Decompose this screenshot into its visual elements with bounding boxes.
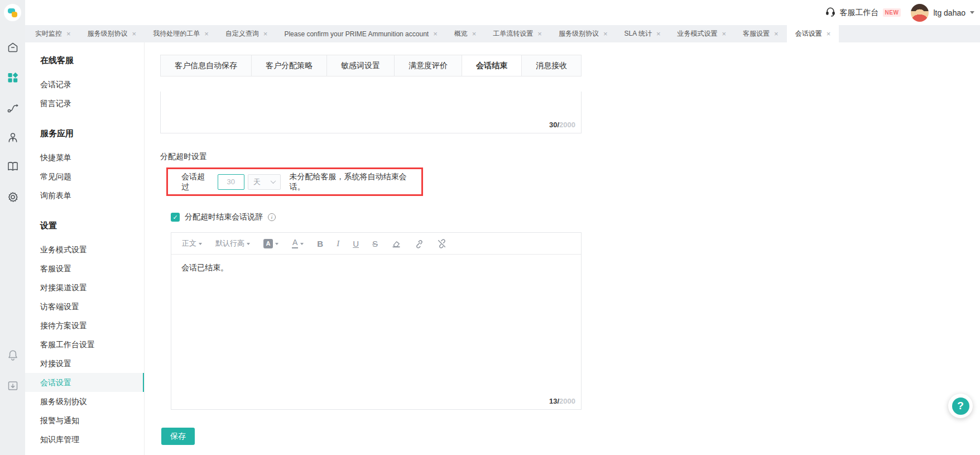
- save-button[interactable]: 保存: [161, 428, 195, 445]
- settings-subtab[interactable]: 客户信息自动保存: [160, 55, 252, 76]
- tab-close-icon[interactable]: ×: [774, 30, 779, 37]
- window-tab-label: 我待处理的工单: [153, 29, 200, 39]
- timeout-prefix-label: 会话超过: [181, 172, 213, 192]
- sidebar-item[interactable]: 询前表单: [25, 186, 144, 205]
- timeout-value-input[interactable]: [218, 174, 244, 190]
- tab-close-icon[interactable]: ×: [204, 30, 209, 37]
- window-tab[interactable]: 实时监控×: [27, 25, 79, 42]
- sidebar-item[interactable]: 留言记录: [25, 94, 144, 113]
- window-tab[interactable]: 自定义查询×: [217, 25, 276, 42]
- app-logo[interactable]: [4, 4, 21, 21]
- font-color-letter: A: [292, 238, 298, 248]
- knowledge-book-icon[interactable]: [6, 160, 20, 173]
- window-tab-label: 实时监控: [35, 29, 62, 39]
- workbench-link[interactable]: 客服工作台 NEW: [825, 6, 901, 20]
- window-tab[interactable]: 我待处理的工单×: [145, 25, 217, 42]
- timeout-end-message-editor[interactable]: 30/2000: [160, 92, 582, 133]
- archive-download-icon[interactable]: [6, 379, 20, 392]
- font-color-button[interactable]: A: [292, 238, 304, 248]
- strikethrough-button[interactable]: S: [372, 239, 378, 248]
- bold-button[interactable]: B: [317, 239, 323, 248]
- sidebar-item[interactable]: 知识库管理: [25, 430, 144, 449]
- tab-close-icon[interactable]: ×: [132, 30, 137, 37]
- window-tab[interactable]: 概览×: [446, 25, 485, 42]
- section-title-timeout: 分配超时设置: [160, 152, 207, 162]
- window-tab-strip: 实时监控×服务级别协议×我待处理的工单×自定义查询×Please confirm…: [25, 25, 980, 42]
- window-tab[interactable]: Please confirm your PRIME Ammunition acc…: [276, 25, 445, 42]
- tab-close-icon[interactable]: ×: [66, 30, 71, 37]
- home-icon[interactable]: [6, 41, 20, 54]
- clear-format-button[interactable]: [391, 239, 401, 248]
- window-tab[interactable]: 工单流转设置×: [484, 25, 550, 42]
- sidebar-item[interactable]: 常见问题: [25, 167, 144, 186]
- line-height-label: 默认行高: [215, 238, 244, 248]
- closing-remark-checkbox[interactable]: ✓: [171, 213, 180, 222]
- sidebar-item[interactable]: 接待方案设置: [25, 316, 144, 335]
- tab-close-icon[interactable]: ×: [472, 30, 477, 37]
- apps-icon[interactable]: [6, 71, 20, 84]
- tab-close-icon[interactable]: ×: [827, 30, 831, 37]
- settings-subtab[interactable]: 消息接收: [521, 55, 582, 76]
- left-icon-rail: [0, 0, 25, 455]
- timeout-unit-select[interactable]: 天: [248, 174, 281, 190]
- link-icon: [414, 239, 424, 248]
- tab-close-icon[interactable]: ×: [656, 30, 661, 37]
- sidebar-item[interactable]: 会话记录: [25, 75, 144, 94]
- window-tab-label: 业务模式设置: [677, 29, 717, 39]
- closing-remark-row: ✓ 分配超时结束会话说辞 i: [171, 212, 276, 222]
- settings-subtab[interactable]: 客户分配策略: [251, 55, 327, 76]
- tab-close-icon[interactable]: ×: [433, 30, 438, 37]
- window-tab[interactable]: 会话设置×: [787, 25, 839, 42]
- sidebar-item[interactable]: 客服工作台设置: [25, 335, 144, 354]
- char-counter: 30/2000: [549, 121, 575, 129]
- paragraph-style-button[interactable]: 正文: [182, 238, 202, 248]
- settings-subtab[interactable]: 满意度评价: [394, 55, 462, 76]
- insert-link-button[interactable]: [414, 239, 424, 248]
- user-menu[interactable]: ltg dahao: [911, 4, 974, 22]
- sidebar-item[interactable]: 客服设置: [25, 259, 144, 278]
- tab-close-icon[interactable]: ×: [603, 30, 608, 37]
- sidebar-item[interactable]: 对接渠道设置: [25, 278, 144, 297]
- sidebar-item[interactable]: 会话设置: [25, 373, 144, 392]
- workflow-icon[interactable]: [6, 101, 20, 114]
- settings-subtab[interactable]: 会话结束: [462, 55, 522, 76]
- timeout-highlight-box: 会话超过 天 未分配给客服，系统将自动结束会话。: [166, 167, 423, 196]
- sidebar-nav: 在线客服会话记录留言记录服务应用快捷菜单常见问题询前表单设置业务模式设置客服设置…: [25, 42, 145, 455]
- closing-remark-label: 分配超时结束会话说辞: [185, 212, 263, 222]
- window-tab[interactable]: 服务级别协议×: [79, 25, 145, 42]
- info-icon[interactable]: i: [268, 213, 276, 221]
- underline-button[interactable]: U: [353, 239, 359, 248]
- timeout-suffix-label: 未分配给客服，系统将自动结束会话。: [289, 172, 421, 192]
- window-tab-label: 会话设置: [795, 29, 822, 39]
- settings-subtab[interactable]: 敏感词设置: [326, 55, 395, 76]
- italic-button[interactable]: I: [337, 239, 339, 248]
- sidebar-item[interactable]: 报警与通知: [25, 411, 144, 430]
- window-tab[interactable]: 服务级别协议×: [550, 25, 616, 42]
- workbench-label: 客服工作台: [840, 8, 879, 18]
- window-tab[interactable]: SLA 统计×: [616, 25, 669, 42]
- window-tab[interactable]: 业务模式设置×: [669, 25, 734, 42]
- char-counter: 13/2000: [549, 397, 575, 405]
- sidebar-item[interactable]: 快捷菜单: [25, 148, 144, 167]
- background-color-button[interactable]: A: [263, 239, 278, 248]
- richtext-content[interactable]: 会话已结束。: [171, 255, 581, 389]
- help-button[interactable]: ?: [948, 394, 973, 418]
- user-menu-caret-icon: [970, 11, 974, 14]
- window-tab[interactable]: 客服设置×: [734, 25, 787, 42]
- window-tab-label: 自定义查询: [225, 29, 259, 39]
- tab-close-icon[interactable]: ×: [263, 30, 268, 37]
- counter-max: 2000: [559, 397, 575, 405]
- line-height-button[interactable]: 默认行高: [215, 238, 250, 248]
- notification-bell-icon[interactable]: [6, 348, 20, 362]
- sidebar-item[interactable]: 服务级别协议: [25, 392, 144, 411]
- agent-icon[interactable]: [6, 131, 20, 144]
- remove-link-button[interactable]: [437, 239, 446, 248]
- paragraph-style-label: 正文: [182, 238, 196, 248]
- tab-close-icon[interactable]: ×: [537, 30, 542, 37]
- sidebar-item[interactable]: 访客端设置: [25, 297, 144, 316]
- sidebar-item[interactable]: 对接设置: [25, 354, 144, 373]
- tab-close-icon[interactable]: ×: [722, 30, 726, 37]
- sidebar-item[interactable]: 业务模式设置: [25, 240, 144, 259]
- settings-gear-icon[interactable]: [6, 190, 20, 204]
- timeout-unit-value: 天: [253, 177, 261, 187]
